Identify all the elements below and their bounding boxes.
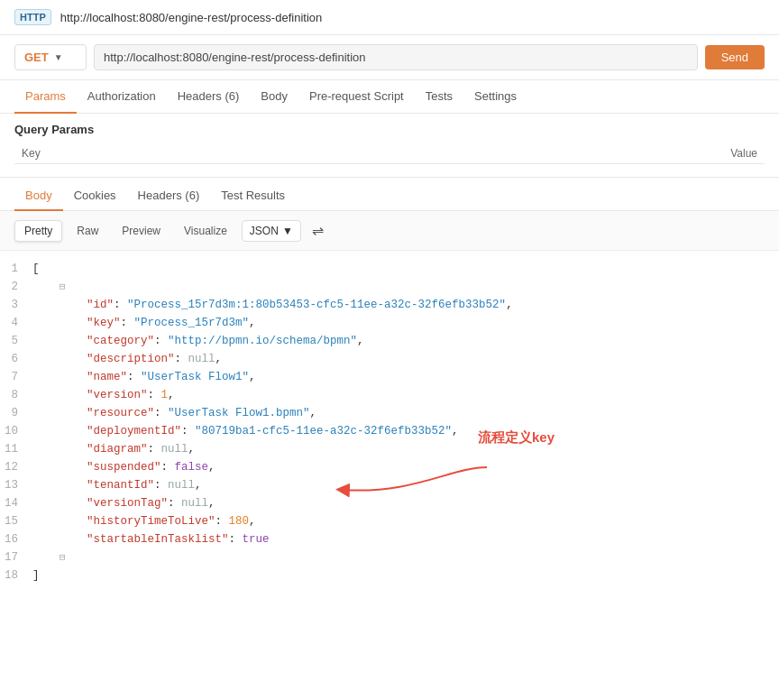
tab-body-response[interactable]: Body (14, 181, 63, 211)
format-select[interactable]: JSON ▼ (242, 220, 301, 242)
tab-authorization[interactable]: Authorization (77, 80, 167, 114)
wrap-button[interactable]: ⇌ (307, 218, 329, 243)
code-line: 6 "description": null, (0, 350, 779, 368)
code-line: 1 [ (0, 260, 779, 278)
tab-params[interactable]: Params (14, 80, 77, 114)
code-line: 2 ⊟ (0, 278, 779, 296)
raw-button[interactable]: Raw (68, 221, 107, 241)
tab-pre-request[interactable]: Pre-request Script (298, 80, 415, 114)
code-wrapper: 1 [ 2 ⊟ 3 "id": "Process_15r7d3m:1:80b53… (0, 251, 779, 612)
tab-test-results[interactable]: Test Results (210, 181, 296, 211)
code-line: 10 "deploymentId": "80719ba1-cfc5-11ee-a… (0, 422, 779, 440)
chevron-down-icon: ▼ (54, 52, 63, 62)
code-line: 7 "name": "UserTask Flow1", (0, 368, 779, 386)
title-bar: HTTP http://localhost:8080/engine-rest/p… (0, 0, 779, 35)
code-line: 12 "suspended": false, (0, 458, 779, 476)
code-area: 1 [ 2 ⊟ 3 "id": "Process_15r7d3m:1:80b53… (0, 251, 779, 612)
request-tabs: Params Authorization Headers (6) Body Pr… (0, 80, 779, 114)
method-select[interactable]: GET ▼ (14, 44, 87, 70)
code-line: 14 "versionTag": null, (0, 494, 779, 512)
code-line: 16 "startableInTasklist": true (0, 530, 779, 548)
tab-headers-response[interactable]: Headers (6) (127, 181, 211, 211)
code-line: 17 ⊟ (0, 548, 779, 566)
method-label: GET (24, 51, 49, 64)
value-col-header: Value (348, 143, 765, 164)
tab-settings[interactable]: Settings (463, 80, 527, 114)
tab-headers[interactable]: Headers (6) (167, 80, 251, 114)
send-button[interactable]: Send (705, 45, 765, 69)
request-bar: GET ▼ http://localhost:8080/engine-rest/… (0, 35, 779, 80)
code-line: 15 "historyTimeToLive": 180, (0, 512, 779, 530)
code-line: 4 "key": "Process_15r7d3m", (0, 314, 779, 332)
tab-cookies[interactable]: Cookies (63, 181, 127, 211)
code-line: 13 "tenantId": null, (0, 476, 779, 494)
query-params-title: Query Params (14, 123, 765, 136)
format-label: JSON (250, 225, 279, 237)
params-table: Key Value (14, 143, 765, 164)
visualize-button[interactable]: Visualize (175, 221, 236, 241)
key-col-header: Key (14, 143, 348, 164)
code-line: 9 "resource": "UserTask Flow1.bpmn", (0, 404, 779, 422)
code-line: 11 "diagram": null, (0, 440, 779, 458)
http-icon: HTTP (14, 9, 51, 25)
code-line: 5 "category": "http://bpmn.io/schema/bpm… (0, 332, 779, 350)
query-params-section: Query Params Key Value (0, 114, 779, 173)
code-line: 3 "id": "Process_15r7d3m:1:80b53453-cfc5… (0, 296, 779, 314)
tab-tests[interactable]: Tests (415, 80, 463, 114)
code-line: 8 "version": 1, (0, 386, 779, 404)
format-bar: Pretty Raw Preview Visualize JSON ▼ ⇌ (0, 211, 779, 251)
url-input[interactable]: http://localhost:8080/engine-rest/proces… (94, 44, 698, 70)
title-url: http://localhost:8080/engine-rest/proces… (60, 11, 323, 24)
preview-button[interactable]: Preview (113, 221, 170, 241)
tab-body[interactable]: Body (250, 80, 298, 114)
code-line: 18 ] (0, 566, 779, 585)
chevron-down-icon: ▼ (282, 225, 293, 237)
annotation-text: 流程定义key (478, 429, 554, 447)
response-tabs: Body Cookies Headers (6) Test Results (0, 181, 779, 211)
pretty-button[interactable]: Pretty (14, 220, 62, 242)
